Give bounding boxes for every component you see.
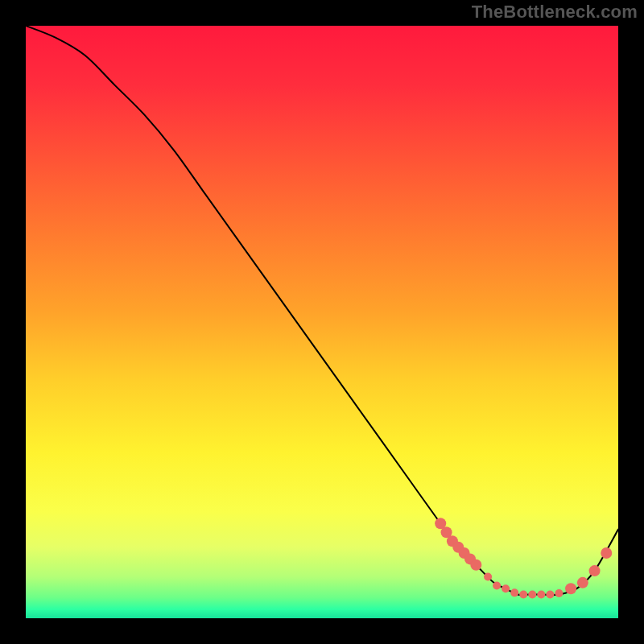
chart-stage: TheBottleneck.com (0, 0, 644, 644)
bottleneck-dot (577, 577, 588, 588)
bottleneck-dot (537, 591, 545, 599)
chart-background (26, 26, 618, 618)
bottleneck-dot (601, 547, 612, 559)
bottleneck-dot (528, 591, 536, 599)
chart-plot-area (26, 26, 618, 618)
watermark-label: TheBottleneck.com (472, 3, 638, 21)
bottleneck-dot (555, 589, 563, 597)
bottleneck-dot (484, 572, 492, 580)
bottleneck-dot (470, 559, 481, 571)
bottleneck-dot (502, 584, 510, 592)
chart-svg (26, 26, 618, 618)
bottleneck-dot (565, 583, 576, 594)
bottleneck-dot (589, 565, 601, 576)
bottleneck-dot (546, 591, 554, 599)
bottleneck-dot (493, 582, 501, 590)
bottleneck-dot (510, 588, 518, 597)
bottleneck-dot (519, 591, 527, 599)
